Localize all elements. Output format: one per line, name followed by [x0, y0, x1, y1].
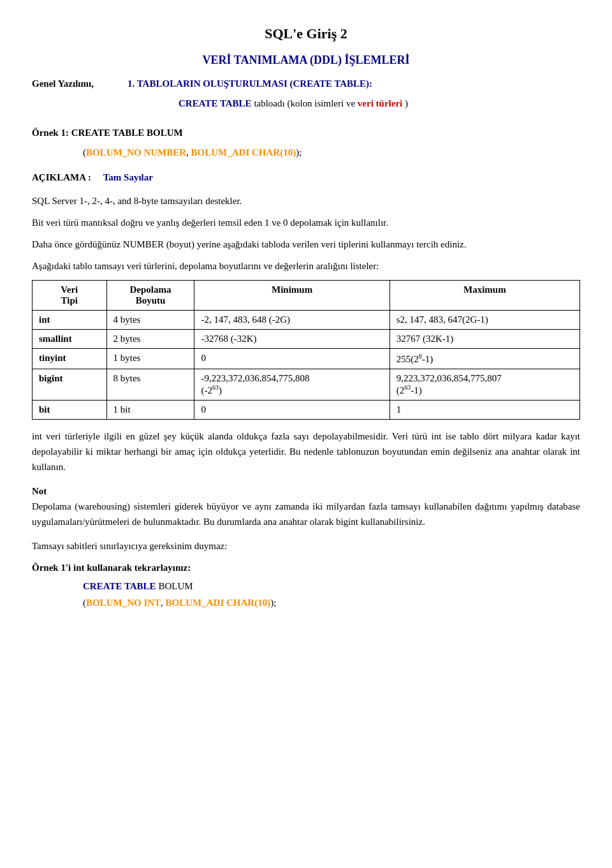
type-bit: bit [33, 401, 107, 420]
table-row: int 4 bytes -2, 147, 483, 648 (-2G) s2, … [33, 311, 580, 330]
max-int: s2, 147, 483, 647(2G-1) [390, 311, 579, 330]
close-semi: ); [296, 147, 302, 158]
type-int: int [33, 311, 107, 330]
sql-server-line: SQL Server 1-, 2-, 4-, and 8-byte tamsay… [32, 193, 580, 209]
tamsayi-line: Tamsayı sabitleri sınırlayıcıya gereksin… [32, 538, 580, 554]
bolum-no-int: BOLUM_NO INT [86, 598, 161, 608]
max-bigint: 9,223,372,036,854,775,807(263-1) [390, 369, 579, 401]
aciklama-label: AÇIKLAMA : [32, 172, 91, 182]
bolum-adi: BOLUM_ADI CHAR(10) [191, 147, 296, 158]
size-int: 4 bytes [106, 311, 194, 330]
size-smallint: 2 bytes [106, 330, 194, 349]
paren-close: ) [405, 98, 408, 108]
type-tinyint: tinyint [33, 349, 107, 369]
asagidaki-para: Aşağıdaki tablo tamsayı veri türlerini, … [32, 258, 580, 274]
size-bigint: 8 bytes [106, 369, 194, 401]
table-row: smallint 2 bytes -32768 (-32K) 32767 (32… [33, 330, 580, 349]
table-row: tinyint 1 bytes 0 255(28-1) [33, 349, 580, 369]
bolum-name2: BOLUM [158, 581, 193, 591]
int-para: int veri türleriyle ilgili en güzel şey … [32, 429, 580, 474]
create-table-kw2: CREATE TABLE [83, 581, 156, 591]
close-paren2: ); [270, 598, 276, 608]
page-title: SQL'e Giriş 2 [32, 26, 580, 42]
tam-sayilar: Tam Sayılar [103, 172, 153, 182]
veri-turleri: veri türleri [358, 98, 402, 108]
comma2: , [161, 598, 166, 608]
bolum-no: BOLUM_NO NUMBER [86, 147, 186, 158]
section1-heading: 1. TABLOLARIN OLUŞTURULMASI (CREATE TABL… [127, 78, 372, 89]
not-text: Depolama (warehousing) sistemleri gidere… [32, 499, 580, 529]
max-bit: 1 [390, 401, 579, 420]
data-types-table: VeriTipi DepolamaBoyutu Minimum Maximum … [32, 280, 580, 420]
create-table-kw: CREATE TABLE [178, 98, 252, 108]
type-smallint: smallint [33, 330, 107, 349]
min-bigint: -9,223,372,036,854,775,808(-263) [194, 369, 390, 401]
not-block: Not Depolama (warehousing) sistemleri gi… [32, 483, 580, 529]
size-tinyint: 1 bytes [106, 349, 194, 369]
col-veri-tipi: VeriTipi [33, 281, 107, 311]
table-row: bigint 8 bytes -9,223,372,036,854,775,80… [33, 369, 580, 401]
bit-veri-para: Bit veri türü mantıksal doğru ve yanlış … [32, 215, 580, 230]
bolum-adi2: BOLUM_ADI CHAR(10) [166, 598, 271, 608]
type-bigint: bigint [33, 369, 107, 401]
paren-open: (kolon isimleri ve [287, 98, 357, 108]
ornek1-label: Örnek 1: CREATE TABLE BOLUM [32, 128, 183, 138]
ornek2-code: CREATE TABLE BOLUM (BOLUM_NO INT, BOLUM_… [83, 578, 580, 611]
tabload-text: tabloadı [254, 98, 287, 108]
max-smallint: 32767 (32K-1) [390, 330, 579, 349]
not-label: Not [32, 486, 47, 496]
col-maximum: Maximum [390, 281, 579, 311]
min-tinyint: 0 [194, 349, 390, 369]
max-tinyint: 255(28-1) [390, 349, 579, 369]
genel-label: Genel Yazılımı, [32, 78, 94, 89]
comma1: , [186, 147, 191, 158]
ornek2-label: Örnek 1'i int kullanarak tekrarlayınız: [32, 563, 580, 573]
ddl-subtitle: VERİ TANIMLAMA (DDL) İŞLEMLERİ [32, 54, 580, 67]
table-row: bit 1 bit 0 1 [33, 401, 580, 420]
min-smallint: -32768 (-32K) [194, 330, 390, 349]
min-bit: 0 [194, 401, 390, 420]
col-depolama: DepolamaBoyutu [106, 281, 194, 311]
min-int: -2, 147, 483, 648 (-2G) [194, 311, 390, 330]
daha-once-para: Daha önce gördüğünüz NUMBER (boyut) yeri… [32, 237, 580, 252]
size-bit: 1 bit [106, 401, 194, 420]
col-minimum: Minimum [194, 281, 390, 311]
